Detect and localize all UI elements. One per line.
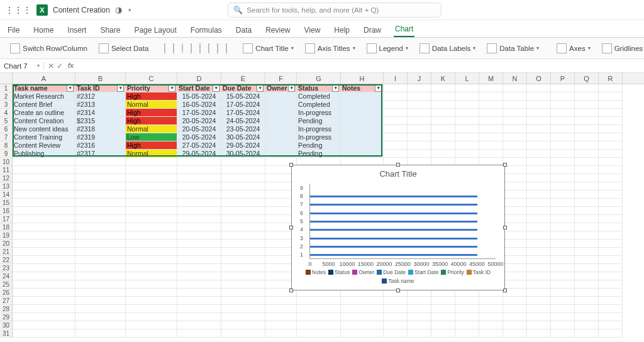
cell[interactable] — [503, 256, 527, 264]
cell[interactable] — [551, 109, 575, 117]
col-header-R[interactable]: R — [599, 73, 623, 84]
col-header-N[interactable]: N — [503, 73, 527, 84]
cell[interactable] — [575, 109, 599, 117]
cell[interactable] — [13, 264, 75, 272]
cell[interactable] — [408, 321, 431, 329]
cell[interactable] — [503, 174, 527, 182]
cell[interactable] — [503, 264, 527, 272]
confirm-formula-icon[interactable]: ✓ — [57, 62, 63, 70]
cell[interactable] — [527, 166, 551, 174]
cell[interactable] — [221, 166, 265, 174]
cell[interactable] — [599, 215, 623, 223]
cell[interactable] — [455, 321, 479, 329]
tab-data[interactable]: Data — [235, 23, 253, 37]
cell[interactable] — [126, 313, 177, 321]
row-header[interactable]: 30 — [0, 321, 12, 329]
cell[interactable] — [75, 240, 126, 248]
cell[interactable] — [551, 92, 575, 101]
cell[interactable] — [177, 215, 221, 223]
cell[interactable] — [126, 215, 177, 223]
row-header[interactable]: 4 — [0, 109, 12, 117]
cell[interactable] — [126, 190, 177, 199]
filter-button[interactable]: ▾ — [288, 85, 295, 92]
cell[interactable] — [599, 182, 623, 190]
cell[interactable] — [455, 109, 479, 117]
cell[interactable] — [551, 264, 575, 272]
cell[interactable] — [221, 256, 265, 264]
cell[interactable] — [341, 150, 384, 158]
cell[interactable] — [575, 280, 599, 289]
cell[interactable] — [599, 231, 623, 240]
cell[interactable] — [527, 190, 551, 199]
resize-handle[interactable] — [503, 289, 507, 292]
filter-button[interactable]: ▾ — [332, 85, 339, 92]
table-header-cell[interactable]: Priority▾ — [126, 84, 177, 92]
cell[interactable] — [575, 256, 599, 264]
cell[interactable] — [13, 289, 75, 297]
cell[interactable] — [265, 133, 297, 141]
cell[interactable]: 23-05-2024 — [221, 125, 265, 133]
cell[interactable]: #2318 — [75, 125, 126, 133]
cell[interactable] — [75, 305, 126, 313]
tab-view[interactable]: View — [303, 23, 322, 37]
chart-type-funnel-icon[interactable] — [226, 43, 227, 53]
cell[interactable] — [575, 182, 599, 190]
cell[interactable] — [551, 215, 575, 223]
cell[interactable] — [479, 125, 503, 133]
legend-item[interactable]: Start Date — [408, 269, 438, 275]
cell[interactable] — [599, 256, 623, 264]
cell[interactable] — [527, 158, 551, 166]
cell[interactable] — [551, 297, 575, 305]
row-header[interactable]: 8 — [0, 141, 12, 150]
cell[interactable] — [13, 207, 75, 215]
cell[interactable] — [503, 92, 527, 101]
chart-bar[interactable] — [310, 221, 477, 223]
cell[interactable] — [221, 190, 265, 199]
cell[interactable] — [503, 207, 527, 215]
col-header-H[interactable]: H — [341, 73, 384, 84]
legend-item[interactable]: Priority — [441, 269, 464, 275]
cell[interactable]: In-progress — [297, 109, 341, 117]
cell[interactable] — [177, 182, 221, 190]
cell[interactable] — [503, 166, 527, 174]
cell[interactable] — [13, 313, 75, 321]
cell[interactable] — [527, 109, 551, 117]
cell[interactable] — [408, 150, 431, 158]
fx-icon[interactable]: fx — [65, 62, 74, 70]
cell[interactable] — [503, 109, 527, 117]
cell[interactable] — [551, 125, 575, 133]
resize-handle[interactable] — [289, 226, 293, 229]
cell[interactable] — [503, 141, 527, 150]
row-header[interactable]: 14 — [0, 190, 12, 199]
cell[interactable] — [527, 101, 551, 109]
cell[interactable] — [341, 92, 384, 101]
chart-bar[interactable] — [310, 246, 477, 248]
cell[interactable] — [551, 141, 575, 150]
axis-titles-button[interactable]: Axis Titles ▾ — [303, 42, 358, 55]
cell[interactable] — [599, 264, 623, 272]
cell[interactable] — [431, 92, 455, 101]
cell[interactable] — [455, 101, 479, 109]
cell[interactable] — [13, 280, 75, 289]
table-header-cell[interactable]: Start Date▾ — [177, 84, 221, 92]
legend-item[interactable]: Status — [328, 269, 350, 275]
cell[interactable] — [551, 158, 575, 166]
cell[interactable] — [341, 133, 384, 141]
cell[interactable] — [503, 231, 527, 240]
cell[interactable]: Content Creation — [13, 117, 75, 125]
cell[interactable] — [221, 329, 265, 338]
search-box[interactable]: 🔍 Search for tools, help, and more (Alt … — [228, 3, 441, 18]
cell[interactable]: 30-05-2024 — [221, 150, 265, 158]
cell[interactable] — [221, 313, 265, 321]
resize-handle[interactable] — [503, 163, 507, 167]
resize-handle[interactable] — [396, 289, 400, 292]
cell[interactable] — [75, 190, 126, 199]
cell[interactable] — [126, 264, 177, 272]
chart-bar[interactable] — [310, 238, 477, 240]
row-header[interactable]: 22 — [0, 256, 12, 264]
cell[interactable] — [431, 117, 455, 125]
cell[interactable] — [527, 199, 551, 207]
filter-button[interactable]: ▾ — [257, 85, 264, 92]
row-header[interactable]: 10 — [0, 158, 12, 166]
cell[interactable] — [527, 223, 551, 231]
